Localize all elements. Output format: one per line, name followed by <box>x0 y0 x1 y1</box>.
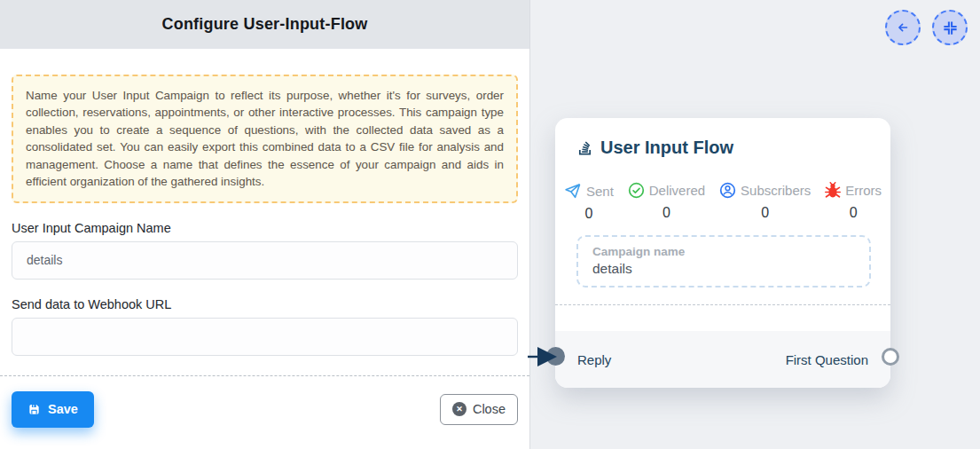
save-button-label: Save <box>48 402 78 416</box>
stat-errors: Errors 0 <box>825 182 882 222</box>
flow-canvas[interactable]: User Input Flow Sent 0 <box>529 0 980 449</box>
bug-icon <box>825 182 841 199</box>
app-window: Configure User-Input-Flow Name your User… <box>0 0 980 449</box>
footer-divider <box>0 375 529 376</box>
fit-view-button[interactable] <box>932 10 968 45</box>
stat-sent: Sent 0 <box>564 182 614 222</box>
send-icon <box>564 182 582 200</box>
save-icon <box>27 403 41 416</box>
node-footer: Reply First Question <box>555 331 890 388</box>
first-question-port-label: First Question <box>786 352 868 367</box>
check-circle-icon <box>628 182 645 199</box>
campaign-info-note: Name your User Input Campaign to reflect… <box>12 75 518 203</box>
panel-body: Name your User Input Campaign to reflect… <box>0 75 529 428</box>
node-divider <box>555 304 890 305</box>
webhook-url-input[interactable] <box>12 318 518 356</box>
campaign-name-display-label: Campaign name <box>592 245 855 258</box>
configure-panel: Configure User-Input-Flow Name your User… <box>0 0 529 449</box>
panel-header: Configure User-Input-Flow <box>0 0 529 49</box>
page-title: Configure User-Input-Flow <box>162 15 368 34</box>
close-button-label: Close <box>473 402 506 416</box>
campaign-name-label: User Input Campaign Name <box>12 221 518 235</box>
campaign-name-input[interactable] <box>12 241 518 280</box>
stat-label: Sent <box>586 184 614 199</box>
edge-arrowhead-icon <box>528 344 563 373</box>
subscribers-icon <box>719 182 736 199</box>
reply-port-label: Reply <box>577 352 611 367</box>
close-icon: ✕ <box>452 402 466 416</box>
campaign-name-display-value: details <box>592 261 855 277</box>
stat-label: Subscribers <box>741 183 811 198</box>
node-title: User Input Flow <box>600 138 733 158</box>
stat-delivered: Delivered 0 <box>628 182 705 222</box>
save-button[interactable]: Save <box>12 391 94 428</box>
close-button[interactable]: ✕ Close <box>440 394 518 425</box>
user-input-flow-node[interactable]: User Input Flow Sent 0 <box>555 118 890 388</box>
actions-row: Save ✕ Close <box>12 391 518 428</box>
stat-value: 0 <box>761 205 769 221</box>
stack-icon <box>576 139 593 156</box>
stat-label: Errors <box>845 183 882 198</box>
back-arrow-icon <box>895 20 911 35</box>
stat-label: Delivered <box>649 183 705 198</box>
first-question-output-handle[interactable] <box>882 348 899 366</box>
stat-value: 0 <box>662 205 670 221</box>
campaign-name-display[interactable]: Campaign name details <box>576 235 871 288</box>
back-button[interactable] <box>885 10 921 45</box>
compress-icon <box>944 21 957 35</box>
stat-subscribers: Subscribers 0 <box>719 182 811 222</box>
node-header: User Input Flow <box>555 118 890 158</box>
stat-value: 0 <box>850 205 858 221</box>
stat-value: 0 <box>584 206 592 222</box>
canvas-toolbar <box>885 10 968 45</box>
stats-row: Sent 0 Delivered 0 <box>555 182 890 222</box>
webhook-url-label: Send data to Webhook URL <box>12 297 518 311</box>
